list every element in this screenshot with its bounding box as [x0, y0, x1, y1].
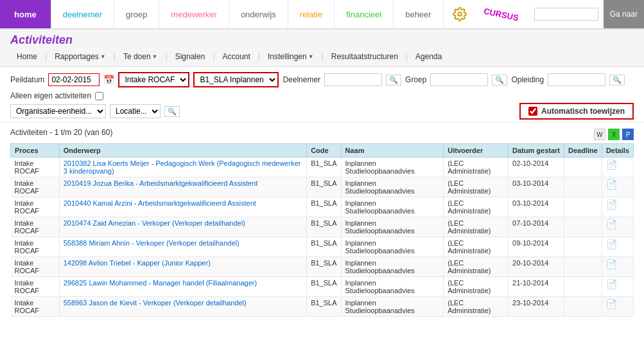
nav-home[interactable]: home [0, 0, 51, 28]
cell-onderwerp[interactable]: 296825 Lawin Mohammed - Manager handel (… [59, 277, 306, 297]
details-icon[interactable]: 📄 [606, 279, 617, 289]
details-icon[interactable]: 📄 [606, 239, 617, 249]
ga-naar-button[interactable]: Ga naar [604, 0, 644, 28]
content-header: Activiteiten - 1 t/m 20 (van 60) W X P [10, 128, 634, 141]
gear-settings-icon[interactable] [444, 0, 476, 28]
table-header-row: Proces Onderwerp Code Naam Uitvoerder Da… [11, 144, 634, 158]
nav-onderwijs[interactable]: onderwijs [229, 0, 288, 28]
cell-onderwerp[interactable]: 558388 Miriam Ahnin - Verkoper (Verkoper… [59, 237, 306, 257]
cell-proces: Intake ROCAF [11, 257, 60, 277]
col-uitvoerder: Uitvoerder [444, 144, 509, 158]
content-area: Activiteiten - 1 t/m 20 (van 60) W X P P… [0, 123, 644, 322]
nav-financieel[interactable]: financieel [335, 0, 394, 28]
auto-assign-checkbox[interactable] [528, 107, 537, 116]
second-navigation: Activiteiten Home | Rapportages ▼ | Te d… [0, 30, 644, 67]
cell-details[interactable]: 📄 [602, 297, 633, 317]
details-icon[interactable]: 📄 [606, 219, 617, 230]
onderwerp-link[interactable]: 558388 Miriam Ahnin - Verkoper (Verkoper… [64, 239, 239, 247]
export-excel-icon[interactable]: X [608, 129, 620, 140]
cell-details[interactable]: 📄 [602, 277, 633, 297]
cell-proces: Intake ROCAF [11, 237, 60, 257]
cell-code: B1_SLA [307, 257, 341, 277]
process-select[interactable]: Intake ROCAF [118, 72, 189, 87]
col-datum: Datum gestart [509, 144, 564, 158]
onderwerp-link[interactable]: 2010419 Jozua Berika - Arbeidsmarktgekwa… [64, 179, 258, 187]
nav-relatie[interactable]: relatie [288, 0, 335, 28]
cell-code: B1_SLA [307, 237, 341, 257]
opleiding-input[interactable] [548, 73, 605, 86]
cell-proces: Intake ROCAF [11, 197, 60, 217]
cell-details[interactable]: 📄 [602, 237, 633, 257]
export-word-icon[interactable]: W [594, 129, 605, 140]
onderwerp-link[interactable]: 2010474 Zaid Amezian - Verkoper (Verkope… [64, 219, 245, 227]
filter-search-button[interactable]: 🔍 [164, 106, 180, 117]
deelnemer-search-button[interactable]: 🔍 [386, 75, 401, 86]
cell-details[interactable]: 📄 [602, 177, 633, 197]
cell-naam: Inplannen Studieloopbaanadvies [341, 277, 444, 297]
top-navigation: home deelnemer groep medewerker onderwij… [0, 0, 644, 30]
groep-search-button[interactable]: 🔍 [492, 75, 507, 86]
cell-details[interactable]: 📄 [602, 217, 633, 237]
cell-code: B1_SLA [307, 297, 341, 317]
cell-onderwerp[interactable]: 558963 Jason de Kievit - Verkoper (Verko… [59, 297, 306, 317]
sub-nav-resultaatstructuren[interactable]: Resultaatstructuren [325, 51, 405, 62]
cell-onderwerp[interactable]: 2010419 Jozua Berika - Arbeidsmarktgekwa… [59, 177, 306, 197]
cell-deadline [564, 237, 602, 257]
org-select[interactable]: Organisatie-eenheid... [10, 104, 106, 118]
sub-nav-te-doen[interactable]: Te doen ▼ [117, 51, 164, 62]
sub-nav-home[interactable]: Home [10, 51, 44, 62]
nav-deelnemer[interactable]: deelnemer [51, 0, 114, 28]
groep-input[interactable] [430, 73, 488, 86]
cell-proces: Intake ROCAF [11, 277, 60, 297]
deelnemer-input[interactable] [324, 73, 382, 86]
cell-naam: Inplannen Studieloopbaanadvies [341, 257, 444, 277]
sub-nav-instellingen[interactable]: Instellingen ▼ [261, 51, 320, 62]
onderwerp-link[interactable]: 142098 Avilon Triebel - Kapper (Junior K… [64, 259, 211, 267]
onderwerp-link[interactable]: 2010440 Kamal Arzini - Arbeidsmarktgekwa… [64, 199, 256, 207]
top-search-input[interactable] [534, 8, 598, 21]
cell-datum: 09-10-2014 [509, 237, 564, 257]
cell-datum: 03-10-2014 [509, 177, 564, 197]
export-pdf-icon[interactable]: P [622, 129, 634, 140]
onderwerp-link[interactable]: 296825 Lawin Mohammed - Manager handel (… [64, 279, 257, 287]
onderwerp-link[interactable]: 2010382 Lisa Koerts Meijer - Pedagogisch… [64, 159, 301, 175]
details-icon[interactable]: 📄 [606, 179, 617, 190]
cursus-label[interactable]: CURSUS [477, 0, 525, 28]
cell-details[interactable]: 📄 [602, 257, 633, 277]
cell-onderwerp[interactable]: 142098 Avilon Triebel - Kapper (Junior K… [59, 257, 306, 277]
onderwerp-link[interactable]: 558963 Jason de Kievit - Verkoper (Verko… [64, 299, 247, 307]
table-row: Intake ROCAF 2010474 Zaid Amezian - Verk… [11, 217, 634, 237]
nav-groep[interactable]: groep [114, 0, 159, 28]
sub-nav-signalen[interactable]: Signalen [169, 51, 212, 62]
details-icon[interactable]: 📄 [606, 259, 617, 269]
table-row: Intake ROCAF 142098 Avilon Triebel - Kap… [11, 257, 634, 277]
sub-nav-rapportages[interactable]: Rapportages ▼ [48, 51, 112, 62]
locatie-select[interactable]: Locatie... [110, 104, 161, 118]
type-select[interactable]: B1_SLA Inplannen [193, 72, 279, 87]
cell-onderwerp[interactable]: 2010474 Zaid Amezian - Verkoper (Verkope… [59, 217, 306, 237]
auto-assign-label: Automatisch toewijzen [541, 107, 625, 116]
cell-uitvoerder: (LEC Administratie) [444, 158, 509, 177]
details-icon[interactable]: 📄 [606, 299, 617, 309]
nav-medewerker[interactable]: medewerker [159, 0, 229, 28]
cell-code: B1_SLA [307, 277, 341, 297]
sub-nav-agenda[interactable]: Agenda [409, 51, 448, 62]
cell-datum: 02-10-2014 [509, 158, 564, 177]
cell-code: B1_SLA [307, 177, 341, 197]
cell-onderwerp[interactable]: 2010382 Lisa Koerts Meijer - Pedagogisch… [59, 158, 306, 177]
top-search[interactable] [529, 0, 604, 28]
eigen-checkbox[interactable] [95, 92, 103, 100]
opleiding-search-button[interactable]: 🔍 [609, 75, 625, 86]
cell-onderwerp[interactable]: 2010440 Kamal Arzini - Arbeidsmarktgekwa… [59, 197, 306, 217]
cell-details[interactable]: 📄 [602, 197, 633, 217]
cell-details[interactable]: 📄 [602, 158, 633, 177]
details-icon[interactable]: 📄 [606, 199, 617, 210]
cell-datum: 20-10-2014 [509, 257, 564, 277]
details-icon[interactable]: 📄 [606, 159, 617, 170]
auto-assign-container[interactable]: Automatisch toewijzen [519, 103, 634, 120]
peildatum-input[interactable] [48, 73, 100, 86]
sub-nav-account[interactable]: Account [216, 51, 257, 62]
calendar-icon[interactable]: 📅 [103, 75, 114, 85]
col-proces: Proces [11, 144, 60, 158]
nav-beheer[interactable]: beheer [394, 0, 443, 28]
